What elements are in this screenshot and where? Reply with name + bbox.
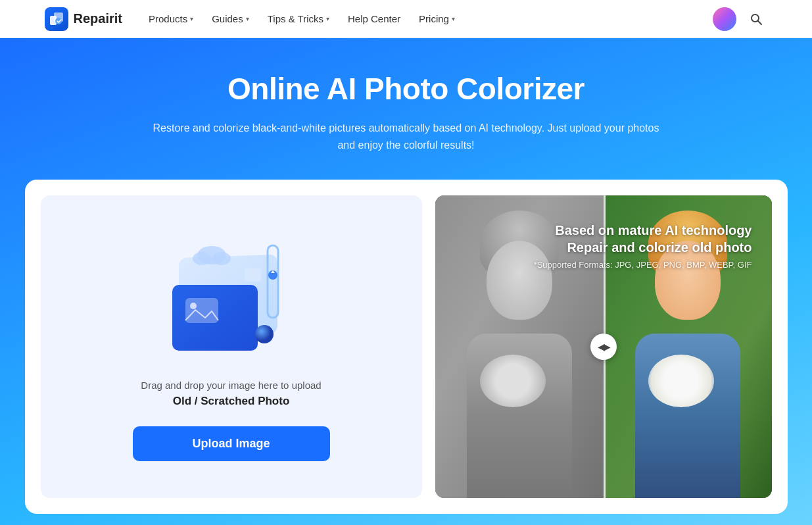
svg-point-8 bbox=[190, 303, 197, 309]
svg-point-12 bbox=[193, 252, 211, 265]
nav-item-pricing[interactable]: Pricing ▾ bbox=[411, 8, 463, 30]
file-type-text: Old / Scratched Photo bbox=[173, 395, 290, 408]
navbar: Repairit Products ▾ Guides ▾ Tips & Tric… bbox=[0, 0, 812, 38]
flower-bunch-gray bbox=[480, 355, 546, 407]
svg-point-14 bbox=[255, 325, 274, 343]
tips-chevron-icon: ▾ bbox=[326, 15, 329, 22]
drag-drop-text: Drag and drop your image here to upload bbox=[141, 380, 321, 391]
hero-section: Online AI Photo Colorizer Restore and co… bbox=[0, 38, 812, 525]
overlay-sub-text: *Supported Formats: JPG, JPEG, PNG, BMP,… bbox=[534, 260, 752, 270]
preview-overlay-text: Based on mature AI technology Repair and… bbox=[534, 222, 752, 270]
logo-text: Repairit bbox=[74, 11, 122, 26]
upload-image-button[interactable]: Upload Image bbox=[133, 426, 330, 461]
before-after-container: ◀▶ Based on mature AI technology Repair … bbox=[435, 195, 772, 498]
upload-illustration bbox=[159, 232, 304, 364]
main-card: Drag and drop your image here to upload … bbox=[25, 180, 788, 514]
upload-area: Drag and drop your image here to upload … bbox=[41, 195, 422, 498]
nav-item-products[interactable]: Products ▾ bbox=[141, 8, 201, 30]
overlay-main-text-line2: Repair and colorize old photo bbox=[534, 239, 752, 256]
svg-rect-15 bbox=[245, 268, 261, 282]
nav-item-tips-tricks[interactable]: Tips & Tricks ▾ bbox=[260, 8, 337, 30]
hero-title: Online AI Photo Colorizer bbox=[13, 71, 799, 107]
overlay-main-text-line1: Based on mature AI technology bbox=[534, 222, 752, 239]
svg-point-2 bbox=[55, 18, 62, 24]
nav-right bbox=[713, 7, 768, 31]
nav-item-guides[interactable]: Guides ▾ bbox=[204, 8, 257, 30]
flower-bunch-color bbox=[648, 355, 714, 407]
logo-icon bbox=[45, 7, 68, 31]
logo[interactable]: Repairit bbox=[45, 7, 122, 31]
preview-area: ◀▶ Based on mature AI technology Repair … bbox=[435, 195, 772, 498]
avatar[interactable] bbox=[713, 7, 736, 31]
slider-arrows-icon: ◀▶ bbox=[598, 341, 609, 352]
slider-handle[interactable]: ◀▶ bbox=[590, 334, 617, 360]
products-chevron-icon: ▾ bbox=[190, 15, 193, 22]
hero-subtitle: Restore and colorize black-and-white pic… bbox=[143, 120, 669, 153]
svg-line-4 bbox=[757, 20, 761, 24]
guides-chevron-icon: ▾ bbox=[246, 15, 249, 22]
svg-point-13 bbox=[212, 252, 231, 265]
nav-item-help-center[interactable]: Help Center bbox=[340, 8, 408, 30]
pricing-chevron-icon: ▾ bbox=[452, 15, 455, 22]
search-button[interactable] bbox=[744, 7, 768, 31]
nav-items: Products ▾ Guides ▾ Tips & Tricks ▾ Help… bbox=[141, 8, 710, 30]
svg-rect-7 bbox=[185, 298, 218, 323]
